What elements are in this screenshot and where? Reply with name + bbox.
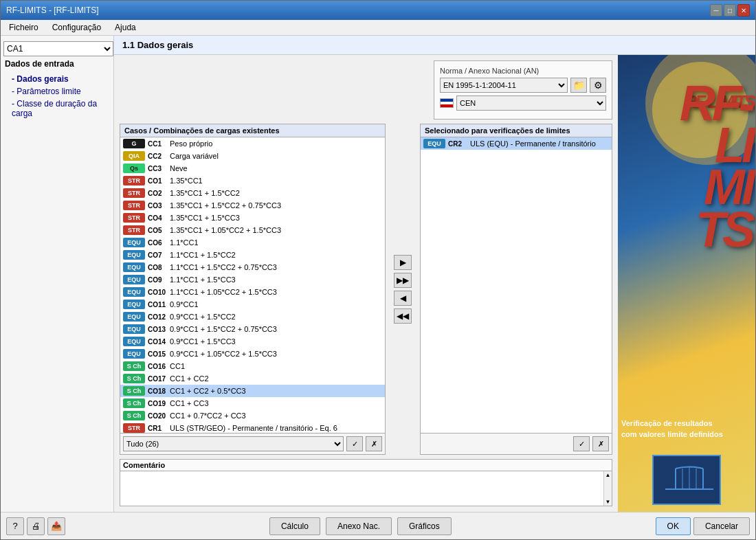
badge-co11: EQU — [123, 300, 145, 309]
desc-co3: 1.35*CC1 + 1.5*CC2 + 0.75*CC3 — [170, 201, 281, 210]
filter-select[interactable]: Tudo (26) — [123, 436, 344, 451]
badge-cr1: STR — [123, 423, 145, 433]
selected-panel-bottom: ✓ ✗ — [421, 433, 612, 454]
desc-cr1: ULS (STR/GEO) - Permanente / transitório… — [170, 424, 337, 432]
co-label-co16: CO16 — [148, 363, 170, 370]
case-item-co20[interactable]: S ChCO20CC1 + 0.7*CC2 + CC3 — [120, 409, 385, 422]
co-label-co13: CO13 — [148, 326, 170, 333]
case-item-cc1[interactable]: GCC1Peso próprio — [120, 137, 385, 150]
co-label-co3: CO3 — [148, 202, 170, 210]
print-button[interactable]: 🖨 — [27, 517, 45, 535]
title-bar: RF-LIMITS - [RF-LIMITS] ─ □ ✕ — [1, 1, 755, 20]
anexo-button[interactable]: Anexo Nac. — [326, 517, 392, 535]
select-all-btn[interactable]: ✓ — [346, 436, 363, 451]
case-item-co13[interactable]: EQUCO130.9*CC1 + 1.5*CC2 + 0.75*CC3 — [120, 323, 385, 335]
graficos-button[interactable]: Gráficos — [397, 517, 452, 535]
standard-select[interactable]: EN 1995-1-1:2004-11 — [440, 78, 568, 93]
case-item-co10[interactable]: EQUCO101.1*CC1 + 1.05*CC2 + 1.5*CC3 — [120, 286, 385, 298]
badge-co13: EQU — [123, 324, 145, 334]
desc-co8: 1.1*CC1 + 1.5*CC2 + 0.75*CC3 — [170, 263, 277, 271]
case-item-co17[interactable]: S ChCO17CC1 + CC2 — [120, 372, 385, 385]
move-all-left-btn[interactable]: ◀◀ — [394, 308, 412, 324]
comment-textarea[interactable] — [120, 471, 603, 506]
scrollbar-v[interactable]: ▲ ▼ — [603, 471, 612, 506]
selected-item-cr2[interactable]: EQUCR2ULS (EQU) - Permanente / transitór… — [421, 137, 612, 150]
case-item-co2[interactable]: STRCO21.35*CC1 + 1.5*CC2 — [120, 187, 385, 199]
case-item-co1[interactable]: STRCO11.35*CC1 — [120, 175, 385, 187]
badge-co10: EQU — [123, 287, 145, 297]
co-label-co12: CO12 — [148, 313, 170, 321]
deselect-all-btn[interactable]: ✗ — [366, 436, 382, 451]
co-label-co17: CO17 — [148, 375, 170, 383]
section-header: 1.1 Dados gerais — [114, 36, 755, 55]
comment-section: Comentário ▲ ▼ — [120, 459, 612, 506]
sidebar-item-parametros[interactable]: Parâmetros limite — [3, 85, 111, 98]
close-button[interactable]: ✕ — [737, 4, 750, 16]
case-item-co5[interactable]: STRCO51.35*CC1 + 1.05*CC2 + 1.5*CC3 — [120, 224, 385, 236]
cases-panel: Casos / Combinações de cargas existentes… — [120, 124, 386, 455]
case-item-co12[interactable]: EQUCO120.9*CC1 + 1.5*CC2 — [120, 311, 385, 323]
case-item-co11[interactable]: EQUCO110.9*CC1 — [120, 298, 385, 311]
desc-co7: 1.1*CC1 + 1.5*CC2 — [170, 251, 236, 259]
norma-box: Norma / Anexo Nacional (AN) EN 1995-1-1:… — [434, 60, 612, 120]
case-item-co18[interactable]: S ChCO18CC1 + CC2 + 0.5*CC3 — [120, 385, 385, 397]
calc-button[interactable]: Cálculo — [269, 517, 320, 535]
minimize-button[interactable]: ─ — [710, 4, 722, 16]
desc-co20: CC1 + 0.7*CC2 + CC3 — [170, 412, 246, 420]
menu-configuracao[interactable]: Configuração — [47, 21, 107, 34]
case-item-co16[interactable]: S ChCO16CC1 — [120, 360, 385, 372]
sidebar-item-classe[interactable]: Classe de duração da carga — [3, 98, 111, 120]
move-left-btn[interactable]: ◀ — [394, 291, 412, 306]
case-item-cc3[interactable]: QsCC3Neve — [120, 162, 385, 175]
badge-co7: EQU — [123, 250, 145, 260]
badge-co9: EQU — [123, 275, 145, 284]
settings-icon-btn[interactable]: ⚙ — [590, 78, 606, 93]
badge-cc2: QIA — [123, 151, 145, 161]
case-item-co8[interactable]: EQUCO81.1*CC1 + 1.5*CC2 + 0.75*CC3 — [120, 261, 385, 273]
export-button[interactable]: 📤 — [47, 517, 65, 535]
sidebar-item-dados-gerais[interactable]: Dados gerais — [3, 73, 111, 85]
vertical-logo: RF-LIMITS — [625, 82, 752, 251]
case-item-co15[interactable]: EQUCO150.9*CC1 + 1.05*CC2 + 1.5*CC3 — [120, 348, 385, 360]
badge-co17: S Ch — [123, 374, 145, 383]
bottom-left-buttons: ? 🖨 📤 — [6, 517, 65, 535]
desc-co18: CC1 + CC2 + 0.5*CC3 — [170, 387, 246, 395]
co-label-co2: CO2 — [148, 190, 170, 197]
selected-select-all-btn[interactable]: ✓ — [573, 436, 590, 451]
co-label-co9: CO9 — [148, 276, 170, 284]
case-item-co7[interactable]: EQUCO71.1*CC1 + 1.5*CC2 — [120, 249, 385, 261]
case-item-co19[interactable]: S ChCO19CC1 + CC3 — [120, 397, 385, 409]
desc-co19: CC1 + CC3 — [170, 399, 209, 407]
desc-co12: 0.9*CC1 + 1.5*CC2 — [170, 313, 236, 321]
desc-cc3: Neve — [170, 164, 188, 172]
cases-panel-title: Casos / Combinações de cargas existentes — [120, 124, 385, 137]
help-button[interactable]: ? — [6, 517, 24, 535]
badge-co2: STR — [123, 188, 145, 198]
cancel-button[interactable]: Cancelar — [693, 517, 750, 535]
menu-ajuda[interactable]: Ajuda — [109, 21, 142, 34]
rf-desc-line2: com valores limite definidos — [621, 429, 752, 440]
ok-button[interactable]: OK — [656, 517, 691, 535]
badge-co12: EQU — [123, 312, 145, 322]
co-label-cc3: CC3 — [148, 165, 170, 172]
case-item-co3[interactable]: STRCO31.35*CC1 + 1.5*CC2 + 0.75*CC3 — [120, 199, 385, 212]
bridge-icon — [662, 462, 717, 496]
move-all-right-btn[interactable]: ▶▶ — [394, 273, 412, 288]
ca-selector[interactable]: CA1 — [3, 41, 113, 56]
selected-deselect-all-btn[interactable]: ✗ — [592, 436, 609, 451]
move-right-btn[interactable]: ▶ — [394, 255, 412, 270]
desc-co14: 0.9*CC1 + 1.5*CC3 — [170, 337, 236, 346]
case-item-co6[interactable]: EQUCO61.1*CC1 — [120, 236, 385, 249]
bottom-bar: ? 🖨 📤 Cálculo Anexo Nac. Gráficos OK Can… — [1, 512, 755, 539]
case-item-cr1[interactable]: STRCR1ULS (STR/GEO) - Permanente / trans… — [120, 422, 385, 433]
maximize-button[interactable]: □ — [724, 4, 736, 16]
annex-select[interactable]: CEN — [456, 95, 606, 111]
folder-icon-btn[interactable]: 📁 — [570, 78, 587, 93]
case-item-co14[interactable]: EQUCO140.9*CC1 + 1.5*CC3 — [120, 335, 385, 348]
case-item-cc2[interactable]: QIACC2Carga variável — [120, 150, 385, 162]
desc-co11: 0.9*CC1 — [170, 300, 199, 308]
case-item-co9[interactable]: EQUCO91.1*CC1 + 1.5*CC3 — [120, 273, 385, 286]
selected-co-label-cr2: CR2 — [448, 140, 470, 148]
case-item-co4[interactable]: STRCO41.35*CC1 + 1.5*CC3 — [120, 212, 385, 224]
menu-ficheiro[interactable]: Ficheiro — [3, 21, 44, 34]
